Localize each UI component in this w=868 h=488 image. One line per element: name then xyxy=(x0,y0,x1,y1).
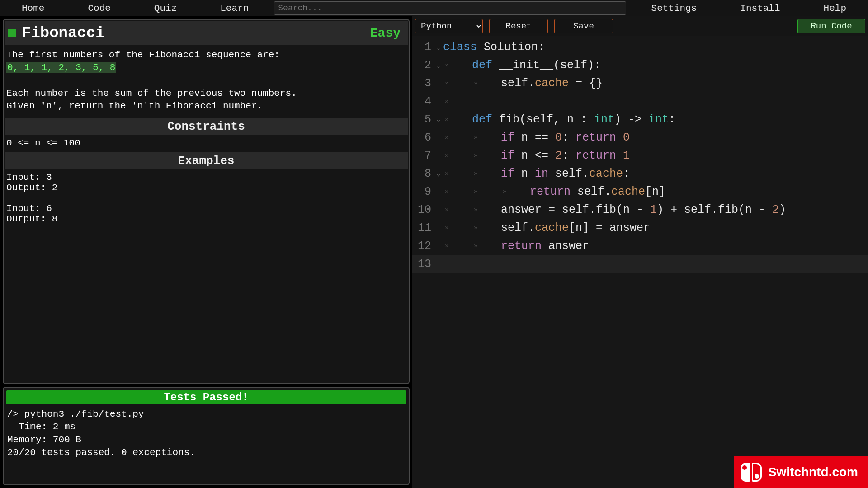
line-number: 4 xyxy=(412,95,434,108)
editor-column: Python Reset Save Run Code 1⌄class Solut… xyxy=(412,16,868,488)
indent-guides: »» xyxy=(443,224,501,231)
watermark: Switchntd.com xyxy=(734,456,868,488)
indent-guides: »» xyxy=(443,206,501,213)
fold-chevron-icon[interactable]: ⌄ xyxy=(434,43,443,51)
code-line[interactable]: 3»»self.cache = {} xyxy=(412,74,868,92)
constraints-header: Constraints xyxy=(5,118,408,135)
nav-right: Settings Install Help xyxy=(630,0,868,16)
examples-header: Examples xyxy=(5,152,408,169)
code-text: def fib(self, n : int) -> int: xyxy=(472,113,675,126)
problem-description: The first numbers of the Fibonacci seque… xyxy=(5,45,408,117)
line-number: 5 xyxy=(412,113,434,126)
code-text: self.cache = {} xyxy=(501,77,603,90)
fold-chevron-icon[interactable]: ⌄ xyxy=(434,61,443,69)
code-editor[interactable]: 1⌄class Solution:2⌄»def __init__(self):3… xyxy=(412,36,868,488)
code-text: self.cache[n] = answer xyxy=(501,221,650,235)
code-line[interactable]: 9»»»return self.cache[n] xyxy=(412,183,868,201)
line-number: 6 xyxy=(412,131,434,144)
difficulty-square-icon xyxy=(8,29,16,37)
indent-guides: »» xyxy=(443,242,501,249)
console-output: /> python3 ./fib/test.py Time: 2 ms Memo… xyxy=(5,406,408,461)
nav-left: Home Code Quiz Learn xyxy=(0,0,270,16)
line-number: 13 xyxy=(412,258,434,271)
line-number: 1 xyxy=(412,41,434,54)
save-button[interactable]: Save xyxy=(554,19,613,33)
indent-guides: »» xyxy=(443,152,501,159)
topbar: Home Code Quiz Learn Settings Install He… xyxy=(0,0,868,16)
search-wrap xyxy=(270,1,629,15)
code-line[interactable]: 12»»return answer xyxy=(412,237,868,255)
line-number: 12 xyxy=(412,239,434,253)
problem-title-bar: Fibonacci Easy xyxy=(5,21,408,45)
indent-guides: » xyxy=(443,61,472,69)
editor-toolbar: Python Reset Save Run Code xyxy=(412,16,868,36)
code-text: class Solution: xyxy=(443,41,545,54)
nav-code[interactable]: Code xyxy=(66,0,132,16)
indent-guides: »» xyxy=(443,134,501,141)
indent-guides: » xyxy=(443,98,472,105)
tests-status-bar: Tests Passed! xyxy=(6,390,406,404)
nav-settings[interactable]: Settings xyxy=(630,0,719,16)
line-number: 9 xyxy=(412,185,434,198)
code-line[interactable]: 8⌄»»if n in self.cache: xyxy=(412,164,868,183)
code-text: if n == 0: return 0 xyxy=(501,131,630,144)
code-text: answer = self.fib(n - 1) + self.fib(n - … xyxy=(501,203,786,216)
line-number: 3 xyxy=(412,77,434,90)
examples-text: Input: 3 Output: 2 Input: 6 Output: 8 xyxy=(5,169,408,227)
language-select[interactable]: Python xyxy=(415,19,483,33)
code-line[interactable]: 2⌄»def __init__(self): xyxy=(412,56,868,74)
nav-home[interactable]: Home xyxy=(0,0,66,16)
code-line[interactable]: 7»»if n <= 2: return 1 xyxy=(412,146,868,164)
constraints-text: 0 <= n <= 100 xyxy=(5,135,408,151)
code-line[interactable]: 6»»if n == 0: return 0 xyxy=(412,128,868,146)
indent-guides: »» xyxy=(443,80,501,87)
problem-panel: Fibonacci Easy The first numbers of the … xyxy=(3,19,410,384)
fold-chevron-icon[interactable]: ⌄ xyxy=(434,116,443,123)
reset-button[interactable]: Reset xyxy=(489,19,548,33)
difficulty-label: Easy xyxy=(370,26,404,40)
line-number: 8 xyxy=(412,167,434,180)
code-text: return self.cache[n] xyxy=(530,185,665,198)
indent-guides: »»» xyxy=(443,188,530,195)
fold-chevron-icon[interactable]: ⌄ xyxy=(434,170,443,178)
code-line[interactable]: 1⌄class Solution: xyxy=(412,38,868,56)
code-text: def __init__(self): xyxy=(472,59,601,72)
line-number: 11 xyxy=(412,221,434,235)
line-number: 10 xyxy=(412,203,434,216)
indent-guides: » xyxy=(443,116,472,123)
code-line[interactable]: 10»»answer = self.fib(n - 1) + self.fib(… xyxy=(412,201,868,219)
code-text: return answer xyxy=(501,239,589,253)
line-number: 2 xyxy=(412,59,434,72)
code-line[interactable]: 13 xyxy=(412,255,868,273)
run-code-button[interactable]: Run Code xyxy=(797,19,865,33)
search-input[interactable] xyxy=(274,1,626,15)
code-text: if n <= 2: return 1 xyxy=(501,149,630,162)
line-number: 7 xyxy=(412,149,434,162)
code-text: if n in self.cache: xyxy=(501,167,630,180)
nav-learn[interactable]: Learn xyxy=(198,0,270,16)
console-panel: Tests Passed! /> python3 ./fib/test.py T… xyxy=(3,387,410,485)
watermark-text: Switchntd.com xyxy=(768,465,858,479)
problem-title: Fibonacci xyxy=(22,24,105,42)
switch-logo-icon xyxy=(741,463,762,482)
sequence-highlight: 0, 1, 1, 2, 3, 5, 8 xyxy=(6,62,116,73)
indent-guides: »» xyxy=(443,170,501,177)
nav-install[interactable]: Install xyxy=(718,0,802,16)
code-line[interactable]: 4» xyxy=(412,92,868,110)
nav-quiz[interactable]: Quiz xyxy=(132,0,198,16)
code-line[interactable]: 5⌄»def fib(self, n : int) -> int: xyxy=(412,110,868,128)
nav-help[interactable]: Help xyxy=(802,0,868,16)
code-line[interactable]: 11»»self.cache[n] = answer xyxy=(412,219,868,237)
